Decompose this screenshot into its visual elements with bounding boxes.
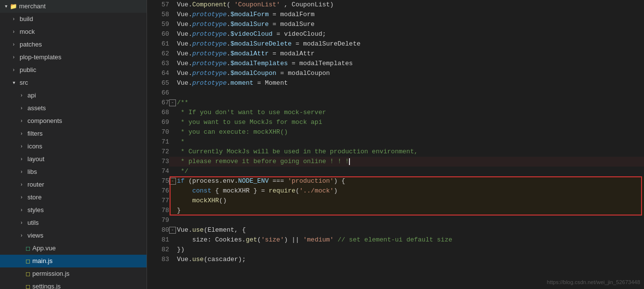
line-text[interactable]: */ (169, 167, 644, 176)
line-text[interactable]: Vue.prototype.$modalSure = modalSure (169, 20, 644, 29)
line-text[interactable] (169, 216, 644, 225)
sidebar-item-main.js[interactable]: ◻main.js (0, 255, 147, 267)
code-line: 74 */ (147, 167, 644, 176)
line-number: 78 (147, 206, 169, 216)
token: * you want to use MockJs for mock api (177, 119, 322, 126)
line-text[interactable]: -Vue.use(Element, { (169, 225, 644, 235)
code-line: 62Vue.prototype.$modalAttr = modalAttr (147, 49, 644, 59)
token: ) || (284, 236, 303, 243)
line-text[interactable] (169, 88, 644, 98)
sidebar-item-patches[interactable]: ›patches (0, 38, 147, 51)
code-line: 81 size: Cookies.get('size') || 'medium'… (147, 235, 644, 245)
line-text[interactable]: } (169, 206, 644, 216)
line-text[interactable]: Vue.prototype.$modalForm = modalForm (169, 10, 644, 20)
line-number: 76 (147, 186, 169, 196)
token: $modalAttr (230, 50, 269, 57)
code-line: 64Vue.prototype.$modalCoupon = modalCoup… (147, 69, 644, 78)
code-line: 71 * (147, 137, 644, 147)
sidebar-item-src[interactable]: ▾src (0, 76, 147, 89)
line-text[interactable]: * please remove it before going online !… (169, 157, 644, 167)
root-folder[interactable]: ▾ 📁 merchant (0, 0, 147, 13)
line-number: 82 (147, 245, 169, 255)
line-text[interactable]: mockXHR() (169, 196, 644, 206)
watermark: https://blog.csdn.net/wei_jin_52673448 (547, 279, 640, 285)
line-text[interactable]: * Currently MockJs will be used in the p… (169, 147, 644, 157)
fold-icon[interactable]: - (169, 178, 176, 185)
sidebar-item-store[interactable]: ›store (0, 191, 147, 204)
sidebar-item-assets[interactable]: ›assets (0, 102, 147, 115)
item-label: icons (27, 141, 147, 152)
sidebar-item-api[interactable]: ›api (0, 89, 147, 102)
token: }) (177, 246, 185, 253)
token: = modalForm (269, 11, 315, 18)
line-number: 69 (147, 118, 169, 127)
sidebar-item-layout[interactable]: ›layout (0, 153, 147, 166)
code-line: 73 * please remove it before going onlin… (147, 157, 644, 167)
token: use (192, 226, 203, 234)
token (334, 236, 338, 243)
sidebar-item-plop-templates[interactable]: ›plop-templates (0, 51, 147, 64)
item-label: api (27, 90, 147, 101)
token: moment (230, 79, 253, 87)
line-text[interactable]: Vue.prototype.$modalTemplates = modalTem… (169, 59, 644, 69)
sidebar-item-public[interactable]: ›public (0, 64, 147, 76)
line-text[interactable]: Vue.prototype.$videoCloud = videoCloud; (169, 29, 644, 39)
code-line: 66 (147, 88, 644, 98)
sidebar-item-permission.js[interactable]: ◻permission.js (0, 267, 147, 280)
line-text[interactable]: * you can execute: mockXHR() (169, 127, 644, 137)
code-editor[interactable]: 57Vue.Component( 'CouponList' , CouponLi… (147, 0, 644, 289)
sidebar-item-router[interactable]: ›router (0, 178, 147, 191)
arrow-icon: › (18, 128, 25, 139)
sidebar-item-styles[interactable]: ›styles (0, 204, 147, 217)
line-text[interactable]: Vue.prototype.$modalSureDelete = modalSu… (169, 39, 644, 49)
sidebar-item-settings.js[interactable]: ◻settings.js (0, 280, 147, 289)
sidebar-item-mock[interactable]: ›mock (0, 25, 147, 38)
token: * If you don't want to use mock-server (177, 109, 326, 116)
code-line: 58Vue.prototype.$modalForm = modalForm (147, 10, 644, 20)
code-line: 61Vue.prototype.$modalSureDelete = modal… (147, 39, 644, 49)
token: * (177, 138, 185, 145)
line-number: 62 (147, 49, 169, 59)
sidebar-item-icons[interactable]: ›icons (0, 140, 147, 153)
item-label: src (20, 77, 147, 88)
item-label: main.js (32, 256, 147, 266)
fold-icon[interactable]: - (169, 99, 176, 106)
sidebar-item-libs[interactable]: ›libs (0, 166, 147, 178)
root-arrow: ▾ (2, 1, 10, 12)
sidebar-item-components[interactable]: ›components (0, 115, 147, 127)
line-text[interactable]: }) (169, 245, 644, 255)
token: ( (296, 187, 299, 194)
code-line: 77 mockXHR() (147, 196, 644, 206)
line-text[interactable]: Vue.prototype.$modalAttr = modalAttr (169, 49, 644, 59)
line-text[interactable]: -if (process.env.NODE_ENV === 'productio… (169, 176, 644, 186)
file-icon: ◻ (25, 268, 30, 279)
arrow-icon: › (18, 230, 25, 241)
sidebar-item-App.vue[interactable]: ◻App.vue (0, 242, 147, 255)
line-text[interactable]: * (169, 137, 644, 147)
item-label: libs (27, 167, 147, 177)
fold-icon[interactable]: - (169, 227, 176, 234)
token: NODE_ENV (238, 177, 269, 185)
item-label: store (27, 192, 147, 203)
line-text[interactable]: Vue.Component( 'CouponList' , CouponList… (169, 0, 644, 10)
line-text[interactable]: size: Cookies.get('size') || 'medium' //… (169, 235, 644, 245)
token: = Moment (253, 79, 288, 87)
line-number: 80 (147, 225, 169, 235)
token: 'CouponList' (234, 1, 280, 8)
token: { mockXHR } = (211, 187, 269, 194)
token: $modalCoupon (230, 70, 276, 77)
sidebar-item-utils[interactable]: ›utils (0, 217, 147, 229)
line-text[interactable]: -/** (169, 98, 644, 108)
sidebar-item-filters[interactable]: ›filters (0, 127, 147, 140)
sidebar-item-build[interactable]: ›build (0, 13, 147, 25)
line-text[interactable]: * If you don't want to use mock-server (169, 108, 644, 118)
sidebar-item-views[interactable]: ›views (0, 229, 147, 242)
line-text[interactable]: Vue.prototype.$modalCoupon = modalCoupon (169, 69, 644, 78)
line-text[interactable]: * you want to use MockJs for mock api (169, 118, 644, 127)
file-explorer[interactable]: ▾ 📁 merchant ›build›mock›patches›plop-te… (0, 0, 147, 289)
token: $modalSure (230, 21, 269, 28)
line-text[interactable]: Vue.use(cascader); (169, 255, 644, 265)
line-number: 57 (147, 0, 169, 10)
line-text[interactable]: const { mockXHR } = require('../mock') (169, 186, 644, 196)
line-text[interactable]: Vue.prototype.moment = Moment (169, 78, 644, 88)
